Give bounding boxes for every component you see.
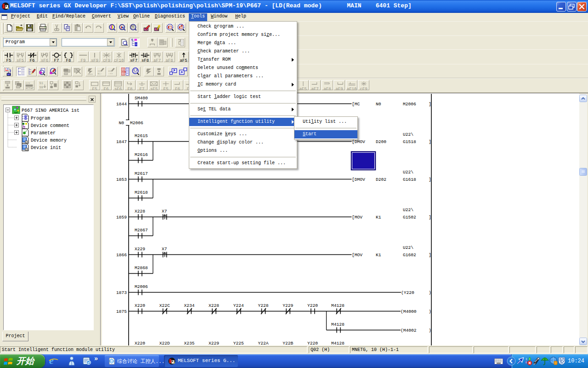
- svg-text:Program: Program: [31, 116, 50, 121]
- svg-text:[MOV: [MOV: [352, 253, 362, 258]
- svg-text:Y220: Y220: [307, 303, 318, 308]
- svg-text:X22D: X22D: [159, 341, 170, 346]
- svg-text:X228: X228: [135, 209, 145, 214]
- svg-text:X7: X7: [162, 247, 167, 252]
- svg-text:xxx: xxx: [108, 70, 112, 72]
- svg-text:S1: S1: [39, 81, 43, 85]
- svg-text:LD: LD: [7, 73, 9, 75]
- svg-text:N0: N0: [376, 102, 381, 107]
- svg-text:N0: N0: [119, 121, 124, 126]
- svg-text:X229: X229: [209, 341, 219, 346]
- svg-text:Y224: Y224: [233, 303, 244, 308]
- svg-text:123: 123: [131, 27, 134, 29]
- svg-text:X228: X228: [209, 303, 219, 308]
- svg-text:SM400: SM400: [135, 96, 148, 101]
- svg-text:Y22A: Y22A: [258, 341, 269, 346]
- svg-text:Y229: Y229: [283, 303, 293, 308]
- svg-text:X7: X7: [162, 209, 167, 214]
- svg-text:-<>: -<>: [108, 72, 113, 75]
- svg-text:M4128: M4128: [331, 303, 345, 308]
- svg-text:Device memory: Device memory: [31, 138, 67, 143]
- svg-text:G1602: G1602: [403, 253, 416, 258]
- svg-text:]: ]: [429, 139, 431, 144]
- svg-text:Y220: Y220: [307, 341, 318, 346]
- svg-text:X220: X220: [135, 341, 145, 346]
- svg-text:Device comment: Device comment: [31, 123, 69, 128]
- svg-text:K1: K1: [376, 215, 381, 220]
- svg-text:U22\: U22\: [403, 132, 413, 137]
- svg-text:[MC: [MC: [352, 102, 360, 107]
- svg-text:M2616: M2616: [135, 152, 148, 157]
- svg-text:(M4000: (M4000: [401, 309, 417, 314]
- svg-text:X235: X235: [184, 341, 194, 346]
- svg-text:]: ]: [429, 102, 431, 107]
- svg-text:1859: 1859: [116, 215, 127, 220]
- svg-text:error: error: [26, 86, 34, 89]
- svg-text:1873: 1873: [116, 290, 127, 295]
- svg-text:Y225: Y225: [233, 341, 244, 346]
- svg-text:xxx: xxx: [97, 70, 102, 72]
- svg-text:D200: D200: [376, 139, 386, 144]
- svg-text:]: ]: [429, 177, 431, 182]
- svg-text:D202: D202: [376, 177, 386, 182]
- svg-text:1853: 1853: [116, 177, 127, 182]
- svg-text:H|-: H|-: [97, 72, 102, 75]
- svg-text:X234: X234: [184, 303, 194, 308]
- svg-text:U22\: U22\: [403, 245, 413, 250]
- svg-text:M2618: M2618: [135, 190, 148, 195]
- svg-text:G1518: G1518: [403, 139, 416, 144]
- svg-text:M2867: M2867: [135, 228, 148, 233]
- svg-text:]: ]: [429, 215, 431, 220]
- svg-text:Device init: Device init: [31, 145, 61, 150]
- svg-text:[DMOV: [DMOV: [352, 139, 365, 144]
- svg-text:(Y220: (Y220: [401, 290, 414, 295]
- svg-text:[MOV: [MOV: [352, 215, 362, 220]
- svg-text:1844: 1844: [116, 102, 127, 107]
- svg-text:P667 SINO AMERICA 1st: P667 SINO AMERICA 1st: [22, 108, 79, 113]
- svg-text:M2868: M2868: [135, 265, 148, 270]
- svg-text:X220: X220: [135, 303, 145, 308]
- svg-text:xxxx: xxxx: [87, 73, 93, 75]
- svg-text:U22\: U22\: [403, 170, 413, 175]
- svg-text:Parameter: Parameter: [31, 131, 56, 136]
- svg-text:Y22B: Y22B: [283, 341, 293, 346]
- svg-text:1847: 1847: [116, 139, 127, 144]
- svg-text:[DMOV: [DMOV: [352, 177, 365, 182]
- svg-text:M2006: M2006: [403, 102, 416, 107]
- svg-text:G1618: G1618: [403, 177, 416, 182]
- svg-text:M4128: M4128: [331, 322, 345, 327]
- svg-text:X229: X229: [135, 247, 145, 252]
- svg-text:M2006: M2006: [135, 284, 148, 289]
- svg-text:K1: K1: [376, 253, 381, 258]
- svg-text:G1502: G1502: [403, 215, 416, 220]
- svg-text:): ): [429, 309, 431, 314]
- svg-text:U22\: U22\: [403, 207, 413, 213]
- svg-text:S9: S9: [39, 86, 43, 89]
- svg-text:M2615: M2615: [135, 133, 148, 138]
- svg-text:]: ]: [429, 253, 431, 258]
- svg-text:1866: 1866: [116, 253, 127, 258]
- svg-text:): ): [429, 328, 431, 333]
- svg-text:X22C: X22C: [159, 303, 170, 308]
- svg-text:1875: 1875: [116, 309, 127, 314]
- svg-text:M2617: M2617: [135, 171, 148, 176]
- svg-text:(M4002: (M4002: [401, 328, 417, 333]
- svg-text:c+v: c+v: [26, 81, 31, 85]
- svg-text:M4128: M4128: [331, 341, 345, 346]
- svg-text:M2006: M2006: [130, 121, 143, 126]
- svg-text:Y228: Y228: [258, 303, 269, 308]
- svg-text:): ): [429, 290, 431, 295]
